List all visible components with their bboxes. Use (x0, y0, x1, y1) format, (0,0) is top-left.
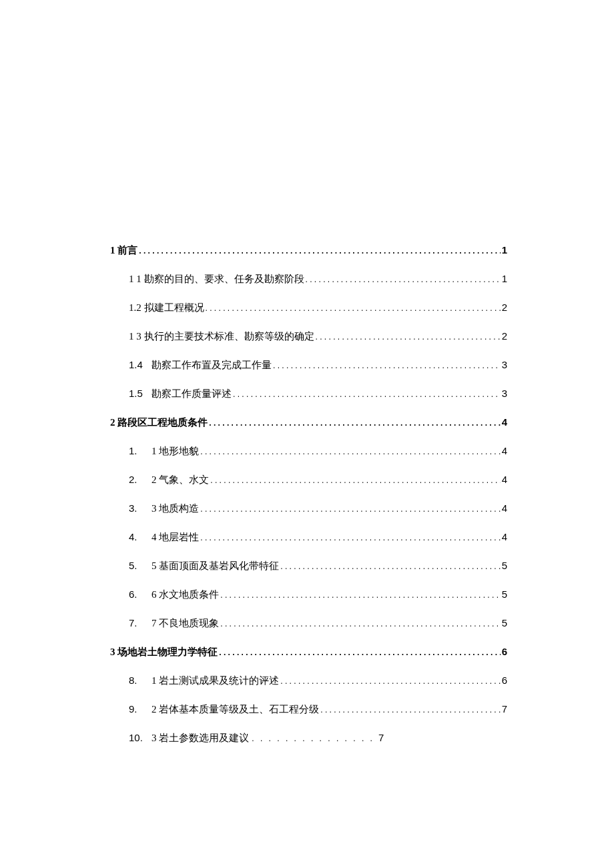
toc-section-2-5: 5. 5 基面顶面及基岩风化带特征 5 (129, 558, 507, 573)
toc-label: 3 场地岩土物理力学特征 (110, 645, 218, 659)
toc-page: 5 (501, 587, 507, 601)
toc-page: 6 (501, 673, 507, 687)
toc-label: 1.2 拟建工程概况 (129, 301, 204, 315)
toc-leader-dots (219, 616, 500, 630)
toc-page: 1 (501, 272, 507, 286)
toc-page: 3 (501, 386, 507, 400)
toc-label: 勘察工作质量评述 (151, 387, 232, 401)
toc-label: 1 前言 (110, 244, 137, 258)
toc-num: 3. (129, 501, 143, 515)
toc-page: 7 (501, 702, 507, 716)
toc-page: 4 (501, 501, 507, 515)
toc-section-2-1: 1. 1 地形地貌 4 (129, 444, 507, 458)
toc-num: 2. (129, 472, 143, 486)
toc-num: 6. (129, 587, 143, 601)
toc-label: 1 岩土测试成果及统计的评述 (151, 674, 279, 688)
toc-label: 6 水文地质条件 (151, 588, 219, 602)
toc-label: 2 路段区工程地质条件 (110, 416, 208, 430)
toc-section-1-3: 1 3 执行的主要技术标准、勘察等级的确定 2 (129, 329, 507, 344)
toc-leader-dots: . . . . . . . . . . . . . . . (249, 733, 377, 745)
toc-label: 7 不良地质现象 (151, 616, 219, 630)
toc-page: 2 (501, 329, 507, 343)
toc-leader-dots (204, 300, 501, 314)
toc-num: 1.4 (129, 358, 143, 372)
toc-num: 10. (129, 731, 143, 745)
toc-leader-dots (272, 358, 501, 372)
toc-section-2-4: 4. 4 地层岩性 4 (129, 530, 507, 544)
toc-section-1-5: 1.5 勘察工作质量评述 3 (129, 386, 507, 401)
toc-page: 5 (501, 616, 507, 630)
toc-leader-dots (218, 644, 500, 659)
toc-section-1-2: 1.2 拟建工程概况 2 (129, 300, 507, 315)
toc-num: 5. (129, 558, 143, 572)
toc-num: 9. (129, 702, 143, 716)
toc-leader-dots (319, 702, 500, 716)
toc-page: 4 (501, 444, 507, 458)
toc-section-2-7: 7. 7 不良地质现象 5 (129, 616, 507, 630)
toc-label: 4 地层岩性 (151, 530, 199, 544)
toc-label: 3 地质构造 (151, 502, 199, 516)
toc-leader-dots (279, 558, 500, 572)
toc-page: 4 (501, 530, 507, 544)
toc-leader-dots (199, 501, 500, 515)
toc-section-1-4: 1.4 勘察工作布置及完成工作量 3 (129, 358, 507, 372)
toc-section-1-1: 1 1 勘察的目的、要求、任务及勘察阶段 1 (129, 272, 507, 286)
toc-section-3: 3 场地岩土物理力学特征 6 (110, 644, 507, 659)
toc-section-3-2: 9. 2 岩体基本质量等级及土、石工程分级 7 (129, 702, 507, 717)
toc-container: 1 前言 1 1 1 勘察的目的、要求、任务及勘察阶段 1 1.2 拟建工程概况… (110, 243, 507, 759)
toc-section-2-2: 2. 2 气象、水文 4 (129, 472, 507, 487)
toc-section-3-3: 10. 3 岩土参数选用及建议 . . . . . . . . . . . . … (129, 731, 507, 745)
toc-num: 1. (129, 444, 143, 458)
toc-label: 2 岩体基本质量等级及土、石工程分级 (151, 703, 319, 717)
toc-leader-dots (199, 530, 500, 544)
toc-label: 1 1 勘察的目的、要求、任务及勘察阶段 (129, 272, 304, 286)
toc-section-1: 1 前言 1 (110, 243, 507, 258)
toc-section-2-3: 3. 3 地质构造 4 (129, 501, 507, 516)
toc-page: 7 (377, 731, 384, 745)
toc-leader-dots (208, 415, 500, 429)
toc-page: 1 (501, 243, 507, 257)
toc-page: 3 (501, 358, 507, 372)
toc-page: 4 (501, 472, 507, 486)
toc-leader-dots (314, 329, 501, 343)
toc-label: 2 气象、水文 (151, 473, 209, 487)
toc-section-2: 2 路段区工程地质条件 4 (110, 415, 507, 430)
toc-leader-dots (137, 243, 500, 257)
toc-leader-dots (219, 587, 500, 601)
toc-section-2-6: 6. 6 水文地质条件 5 (129, 587, 507, 602)
toc-page: 4 (501, 415, 507, 429)
toc-label: 勘察工作布置及完成工作量 (151, 358, 272, 372)
toc-num: 1.5 (129, 386, 143, 400)
toc-label: 5 基面顶面及基岩风化带特征 (151, 559, 279, 573)
toc-leader-dots (209, 472, 500, 486)
toc-page: 6 (501, 644, 507, 659)
toc-page: 2 (501, 300, 507, 314)
toc-label: 1 3 执行的主要技术标准、勘察等级的确定 (129, 330, 314, 344)
toc-num: 4. (129, 530, 143, 544)
toc-leader-dots (232, 386, 501, 400)
toc-leader-dots (304, 272, 501, 286)
toc-leader-dots (199, 444, 500, 458)
toc-label: 1 地形地貌 (151, 444, 199, 458)
toc-leader-dots (279, 673, 500, 687)
toc-section-3-1: 8. 1 岩土测试成果及统计的评述 6 (129, 673, 507, 688)
toc-num: 7. (129, 616, 143, 630)
toc-page: 5 (501, 558, 507, 572)
toc-num: 8. (129, 673, 143, 687)
toc-label: 3 岩土参数选用及建议 (151, 731, 249, 745)
